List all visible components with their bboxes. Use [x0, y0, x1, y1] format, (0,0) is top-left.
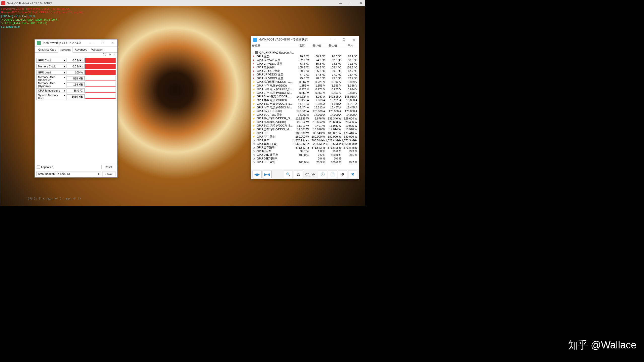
- collapse-icon[interactable]: ⌄: [252, 51, 255, 54]
- sensor-label[interactable]: GPU Load▾: [36, 70, 66, 75]
- log-to-file-checkbox[interactable]: Log to file: [37, 166, 53, 169]
- log-checkbox[interactable]: [37, 166, 40, 169]
- menu-icon[interactable]: ≡: [114, 53, 115, 56]
- sensor-label[interactable]: Memory Used (Dynamic)▾: [36, 81, 66, 88]
- sensor-row[interactable]: ◔GPU 频率 (有效)1,566.6 MHz28.5 MHz1,615.5 M…: [251, 142, 359, 146]
- sensor-row[interactable]: ⚡GPU SoC 电流 (VDDCR_S...11.913 A3.085 A11…: [251, 102, 359, 106]
- gpu-select-dropdown[interactable]: AMD Radeon RX 5700 XT▾: [36, 172, 101, 176]
- col-avg[interactable]: 平均: [337, 44, 353, 48]
- minimize-button[interactable]: —: [89, 41, 95, 45]
- clock-icon[interactable]: 🕐: [318, 171, 327, 178]
- sensor-row[interactable]: ◔GPU 显存频率871.8 MHz871.8 MHz871.8 MHz871.…: [251, 146, 359, 150]
- screenshot-icon[interactable]: ⛶: [103, 53, 105, 56]
- sensor-row[interactable]: ⚡GPU PPT 限制180.000 W180.000 W180.000 W18…: [251, 135, 359, 139]
- sensor-value: 0.0 MHz: [67, 58, 85, 63]
- chevron-down-icon[interactable]: ▾: [64, 71, 65, 74]
- furmark-titlebar[interactable]: Geeks3D FurMark v1.35.0.0 - 96FPS — ☐ ✕: [0, 0, 365, 6]
- tab-advanced[interactable]: Advanced: [73, 47, 89, 52]
- sensor-label[interactable]: CPU Temperature▾: [36, 88, 66, 93]
- sensor-row[interactable]: ⚡GPU 内存 电流 (VDDCI_M...16.474 A15.313 A16…: [251, 106, 359, 109]
- sensor-row[interactable]: 🌡GPU 热点温度105.3 °C68.3 °C105.4 °C103.5 °C: [251, 66, 359, 69]
- sensor-row[interactable]: ◔GPU 频率1,570.9 MHz795.5 MHz1,621.4 MHz1,…: [251, 139, 359, 142]
- hwinfo-window: HWiNFO64 v7.30-4870 - 传感器状态 — ☐ ✕ 传感器 实际…: [251, 36, 359, 179]
- sensor-graph[interactable]: [85, 82, 116, 87]
- minimize-button[interactable]: —: [330, 38, 336, 42]
- sensor-graph[interactable]: [85, 64, 116, 69]
- close-button[interactable]: Close: [102, 172, 116, 176]
- sensor-graph[interactable]: [85, 70, 116, 75]
- minimize-button[interactable]: —: [337, 2, 343, 5]
- thermometer-icon: 🌡: [252, 69, 255, 73]
- clock-icon: ◔: [252, 142, 255, 146]
- sensor-row[interactable]: ⚡GPU 显存功率 (VDDCI_MEM)14.003 W13.016 W14.…: [251, 128, 359, 131]
- sensor-row[interactable]: ◔GPU PPT 限制100.0 %20.3 %100.0 %99.7 %: [251, 160, 359, 164]
- maximize-button[interactable]: ☐: [99, 41, 105, 45]
- sensor-row[interactable]: 🌡GPU VR VDDIO 温度77.0 °C67.3 °C77.0 °C75.…: [251, 73, 359, 77]
- close-button[interactable]: ✕: [110, 41, 115, 45]
- sensor-label[interactable]: GPU Clock▾: [36, 58, 66, 63]
- reset-button[interactable]: Reset: [101, 165, 115, 169]
- sensor-graph[interactable]: [85, 58, 116, 63]
- thermometer-icon: 🌡: [252, 73, 255, 76]
- chevron-down-icon[interactable]: ▾: [64, 65, 65, 68]
- sensor-name: GPU VR VDDIO 温度: [256, 73, 293, 76]
- sensor-row[interactable]: ⚡GPU SOC TDC 限制14.000 A14.000 A14.000 A1…: [251, 113, 359, 117]
- chevron-down-icon[interactable]: ▾: [64, 59, 65, 62]
- sensor-name: GPU 显存频率: [256, 146, 293, 149]
- col-max[interactable]: 最大值: [321, 44, 337, 48]
- sensor-graph[interactable]: [85, 88, 116, 93]
- sensor-row[interactable]: ◔GPU利用率99.7 %1.0 %99.8 %99.3 %: [251, 149, 359, 153]
- sensor-row[interactable]: ⚡GPU 内存 电流 (VDDIO)15.153 A7.863 A15.191 …: [251, 98, 359, 102]
- log-button[interactable]: 📄: [328, 171, 337, 178]
- sensor-row[interactable]: ⚡GPU SoC 电压 (VDDCR_S...0.925 V0.778 V0.9…: [251, 88, 359, 91]
- sensor-row[interactable]: ◔GPU D3D利用率0.0 %0.0 %: [251, 157, 359, 160]
- close-button[interactable]: ✕: [358, 2, 364, 5]
- hwinfo-titlebar[interactable]: HWiNFO64 v7.30-4870 - 传感器状态 — ☐ ✕: [251, 36, 359, 43]
- sensor-row[interactable]: ⚡GPU 显存功率 (VDDIO)20.552 W10.664 W20.603 …: [251, 120, 359, 124]
- sensor-row[interactable]: ⚡GPU PPT180.000 W36.543 W180.001 W179.41…: [251, 131, 359, 135]
- chevron-down-icon[interactable]: ▾: [64, 82, 65, 85]
- hwinfo-sensors-list[interactable]: ◔总计读取0 MB0 MB0 MB◔总计写入0 MB0 MB0 MB⌄GPU […: [251, 48, 359, 164]
- sensor-row[interactable]: 🌡GPU VR SoC 温度69.0 °C55.3 °C69.0 °C67.2 …: [251, 69, 359, 73]
- sensor-row[interactable]: 🌡GPU VR VDDC 温度73.5 °C55.5 °C73.6 °C71.6…: [251, 62, 359, 66]
- sensor-name: GPU Core 电流 (VDDCR_G...: [256, 95, 293, 98]
- settings-button[interactable]: ⚙: [338, 171, 347, 178]
- gpuz-titlebar[interactable]: TechPowerUp GPU-Z 2.54.0 — ☐ ✕: [35, 39, 117, 47]
- close-button[interactable]: ✕: [351, 38, 357, 42]
- collapse-all-button[interactable]: ▶◀: [263, 171, 272, 178]
- chevron-down-icon[interactable]: ▾: [64, 90, 65, 92]
- tab-graphics-card[interactable]: Graphics Card: [36, 47, 58, 52]
- sensor-row[interactable]: ⚡GPU 核心功率 (VDDCR_GFX)129.936 W5.876 W131…: [251, 117, 359, 120]
- tab-sensors[interactable]: Sensors: [58, 47, 73, 53]
- sensor-group-header[interactable]: ⌄GPU [#0]: AMD Radeon R...: [251, 51, 359, 55]
- sensor-label[interactable]: Memory Clock▾: [36, 64, 66, 69]
- sensor-row[interactable]: ⚡GPU Core 电流 (VDDCR_G...149.724 A8.037 A…: [251, 95, 359, 99]
- sensor-row[interactable]: ⚡GPU 核心 TDC 限制170.000 A170.000 A170.000 …: [251, 109, 359, 113]
- sensor-label[interactable]: System Memory Used▾: [36, 93, 66, 100]
- close-toolbar-button[interactable]: ✖: [348, 171, 357, 178]
- sensor-graph[interactable]: [85, 94, 116, 99]
- sensor-row[interactable]: ◔GPU D3D 使用率100.0 %2.5 %100.0 %99.5 %: [251, 153, 359, 157]
- refresh-icon[interactable]: ↻: [109, 53, 111, 56]
- maximize-button[interactable]: ☐: [341, 38, 347, 42]
- chevron-down-icon[interactable]: ▾: [64, 76, 65, 78]
- sensor-row[interactable]: 🌡GPU 显存结点温度92.0 °C74.0 °C92.0 °C90.3 °C: [251, 58, 359, 62]
- expand-all-button[interactable]: ◀▶: [253, 171, 262, 178]
- sensor-name: GPU 内存 电流 (VDDCI_M...: [256, 106, 293, 109]
- col-sensor[interactable]: 传感器: [252, 44, 289, 48]
- tab-validation[interactable]: Validation: [89, 47, 105, 52]
- maximize-button[interactable]: ☐: [348, 2, 354, 5]
- sensor-row[interactable]: 🌡GPU 温度90.5 °C68.2 °C90.6 °C88.9 °C: [251, 55, 359, 58]
- sensor-row[interactable]: 🌡GPU VR VDDCI 温度79.0 °C70.0 °C79.0 °C77.…: [251, 76, 359, 80]
- col-min[interactable]: 最小值: [305, 44, 321, 48]
- sensor-row[interactable]: ⚡GPU SoC 功耗 (VDDCR_S...11.019 W2.401 W11…: [251, 124, 359, 128]
- sensor-row[interactable]: ⚡GPU 内存 电压 (VDDCI_M...0.850 V0.850 V0.85…: [251, 91, 359, 95]
- network-button[interactable]: 🖧: [294, 171, 303, 178]
- sensor-row[interactable]: ⚡GPU 内存 电压 (VDDIO)1.356 V1.356 V1.356 V1…: [251, 84, 359, 88]
- search-button[interactable]: 🔍: [284, 171, 293, 178]
- sensor-row[interactable]: ⚡GPU 核心电压 (VDDCR_GFX)0.867 V0.729 V0.892…: [251, 80, 359, 84]
- gpuz-window: TechPowerUp GPU-Z 2.54.0 — ☐ ✕ Graphics …: [34, 39, 118, 178]
- col-current[interactable]: 实际: [289, 44, 305, 48]
- chevron-down-icon[interactable]: ▾: [64, 94, 65, 97]
- sensor-graph[interactable]: [85, 76, 116, 81]
